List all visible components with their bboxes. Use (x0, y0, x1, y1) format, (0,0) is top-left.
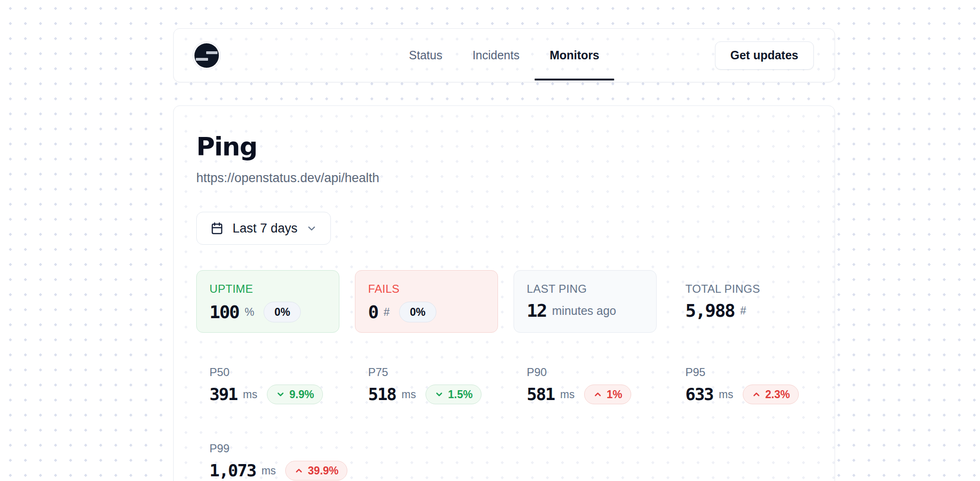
chevron-up-icon (593, 390, 602, 399)
top-nav-bar: Status Incidents Monitors Get updates (173, 28, 835, 82)
calendar-icon (210, 221, 224, 235)
tab-monitors[interactable]: Monitors (550, 29, 600, 82)
p95-value: 633 (685, 386, 713, 403)
period-picker-value: Last 7 days (233, 221, 297, 236)
total-pings-card: TOTAL PINGS 5,988 # (672, 270, 815, 333)
fails-unit: # (384, 306, 390, 319)
nav-tabs: Status Incidents Monitors (409, 29, 599, 82)
p90-unit: ms (560, 388, 575, 401)
p75-unit: ms (402, 388, 416, 401)
p99-change-badge: 39.9% (285, 461, 347, 481)
p99-change-value: 39.9% (308, 465, 338, 477)
p50-value: 391 (209, 386, 237, 403)
chevron-down-icon (276, 390, 285, 399)
fails-card: FAILS 0 # 0% (355, 270, 498, 333)
p90-label: P90 (527, 366, 657, 379)
monitor-title: Ping (196, 134, 812, 160)
period-picker-button[interactable]: Last 7 days (196, 212, 331, 245)
last-ping-value: 12 (527, 302, 546, 320)
p50-change-value: 9.9% (289, 388, 314, 401)
p99-value: 1,073 (209, 462, 256, 479)
chevron-down-icon (434, 390, 444, 399)
p50-unit: ms (243, 388, 257, 401)
total-pings-unit: # (740, 305, 746, 317)
p99-label: P99 (209, 442, 339, 455)
uptime-label: UPTIME (209, 282, 326, 296)
chevron-down-icon (306, 223, 317, 234)
logo-stripe-top (206, 51, 217, 54)
tab-incidents[interactable]: Incidents (473, 29, 520, 82)
get-updates-button[interactable]: Get updates (715, 41, 814, 70)
fails-value: 0 (368, 303, 378, 321)
openstatus-logo[interactable] (194, 43, 219, 68)
total-pings-label: TOTAL PINGS (685, 282, 802, 296)
fails-change-badge: 0% (399, 302, 436, 322)
p75-change-value: 1.5% (448, 388, 473, 401)
total-pings-value: 5,988 (685, 302, 734, 320)
stats-row: UPTIME 100 % 0% FAILS 0 # 0% LAST PING 1… (196, 270, 812, 333)
percentiles-grid: P50 391 ms 9.9% P75 518 ms (196, 366, 812, 481)
p50-block: P50 391 ms 9.9% (196, 366, 339, 404)
last-ping-label: LAST PING (527, 282, 643, 296)
uptime-unit: % (245, 306, 254, 319)
p95-block: P95 633 ms 2.3% (672, 366, 815, 404)
p75-change-badge: 1.5% (426, 385, 482, 404)
p75-label: P75 (368, 366, 498, 379)
p50-change-badge: 9.9% (267, 385, 323, 404)
p99-block: P99 1,073 ms 39.9% (196, 442, 339, 481)
uptime-value: 100 (209, 303, 239, 321)
fails-label: FAILS (368, 282, 485, 296)
p90-change-value: 1% (607, 388, 622, 401)
last-ping-card: LAST PING 12 minutes ago (514, 270, 657, 333)
p75-block: P75 518 ms 1.5% (355, 366, 498, 404)
p90-change-badge: 1% (584, 385, 631, 404)
monitor-url: https://openstatus.dev/api/health (196, 171, 812, 185)
p99-unit: ms (261, 465, 276, 477)
p90-block: P90 581 ms 1% (514, 366, 657, 404)
chevron-up-icon (294, 466, 304, 475)
p75-value: 518 (368, 386, 396, 403)
p95-change-badge: 2.3% (743, 385, 799, 404)
last-ping-unit: minutes ago (552, 304, 616, 318)
chevron-up-icon (752, 390, 761, 399)
p90-value: 581 (527, 386, 554, 403)
logo-stripe-bottom (196, 58, 208, 61)
uptime-card: UPTIME 100 % 0% (196, 270, 339, 333)
monitor-detail-card: Ping https://openstatus.dev/api/health L… (173, 105, 835, 481)
p95-change-value: 2.3% (765, 388, 790, 401)
p95-label: P95 (685, 366, 815, 379)
uptime-change-badge: 0% (264, 302, 301, 322)
tab-status[interactable]: Status (409, 29, 442, 82)
p95-unit: ms (719, 388, 733, 401)
p50-label: P50 (209, 366, 339, 379)
